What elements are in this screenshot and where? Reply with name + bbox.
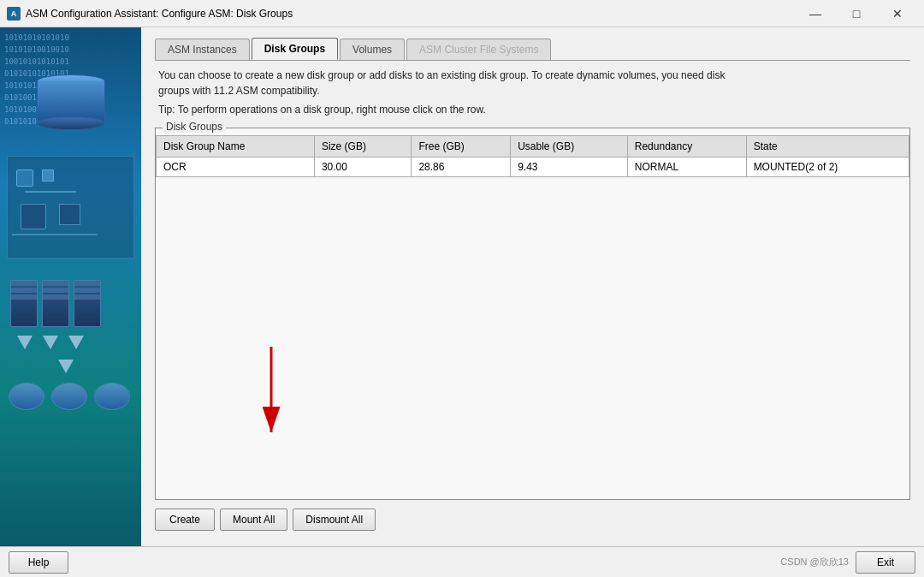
col-header-redundancy: Redundancy bbox=[627, 136, 746, 158]
close-button[interactable]: ✕ bbox=[878, 2, 917, 26]
app-icon: A bbox=[7, 7, 21, 21]
table-row[interactable]: OCR 30.00 28.86 9.43 NORMAL MOUNTED(2 of… bbox=[157, 158, 909, 177]
single-arrow-down bbox=[58, 360, 74, 373]
col-header-free: Free (GB) bbox=[412, 136, 511, 158]
title-bar: A ASM Configuration Assistant: Configure… bbox=[0, 0, 924, 27]
window-title: ASM Configuration Assistant: Configure A… bbox=[26, 8, 796, 20]
create-button[interactable]: Create bbox=[155, 509, 215, 531]
down-arrows bbox=[17, 336, 84, 349]
disk-groups-group: Disk Groups Disk Group Name Size (GB) Fr… bbox=[155, 128, 910, 500]
disk-groups-table: Disk Group Name Size (GB) Free (GB) Usab… bbox=[156, 135, 909, 177]
tab-asm-instances[interactable]: ASM Instances bbox=[155, 39, 250, 60]
window-controls: — □ ✕ bbox=[796, 2, 917, 26]
description-area: You can choose to create a new disk grou… bbox=[155, 60, 910, 121]
tab-bar: ASM Instances Disk Groups Volumes ASM Cl… bbox=[155, 38, 910, 60]
description-line1: You can choose to create a new disk grou… bbox=[158, 68, 907, 83]
bottom-right: CSDN @欣欣13 Exit bbox=[780, 551, 915, 574]
description-line2: groups with 11.2 ASM compatibility. bbox=[158, 83, 907, 98]
col-header-name: Disk Group Name bbox=[157, 136, 315, 158]
circuit-graphic bbox=[7, 156, 134, 259]
left-panel: 10101010101010 10101010010010 1001010101… bbox=[0, 27, 141, 546]
cell-state: MOUNTED(2 of 2) bbox=[746, 158, 909, 177]
cell-redundancy: NORMAL bbox=[627, 158, 746, 177]
col-header-state: State bbox=[746, 136, 909, 158]
rack-units bbox=[10, 280, 101, 327]
bottom-left: Help bbox=[9, 551, 68, 574]
tab-volumes[interactable]: Volumes bbox=[340, 39, 405, 60]
tip-text: Tip: To perform operations on a disk gro… bbox=[158, 102, 907, 117]
buttons-area: Create Mount All Dismount All bbox=[155, 500, 910, 536]
maximize-button[interactable]: □ bbox=[837, 2, 876, 26]
cell-size: 30.00 bbox=[314, 158, 412, 177]
minimize-button[interactable]: — bbox=[796, 2, 835, 26]
exit-button[interactable]: Exit bbox=[856, 551, 915, 574]
col-header-size: Size (GB) bbox=[314, 136, 412, 158]
group-box-title: Disk Groups bbox=[163, 121, 226, 133]
bottom-bar: Help CSDN @欣欣13 Exit bbox=[0, 546, 924, 577]
cell-usable: 9.43 bbox=[511, 158, 628, 177]
cell-free: 28.86 bbox=[412, 158, 511, 177]
dismount-all-button[interactable]: Dismount All bbox=[293, 509, 376, 531]
disk-ovals bbox=[9, 383, 130, 410]
col-header-usable: Usable (GB) bbox=[511, 136, 628, 158]
mount-all-button[interactable]: Mount All bbox=[220, 509, 287, 531]
main-panel: ASM Instances Disk Groups Volumes ASM Cl… bbox=[141, 27, 924, 546]
red-arrow-overlay bbox=[246, 347, 314, 452]
help-button[interactable]: Help bbox=[9, 551, 68, 574]
cell-name: OCR bbox=[157, 158, 315, 177]
tab-asm-cluster-file-systems: ASM Cluster File Systems bbox=[406, 39, 551, 60]
window-content: 10101010101010 10101010010010 1001010101… bbox=[0, 27, 924, 546]
db-icon bbox=[37, 74, 105, 130]
watermark: CSDN @欣欣13 bbox=[780, 556, 849, 568]
tab-disk-groups[interactable]: Disk Groups bbox=[252, 38, 338, 60]
